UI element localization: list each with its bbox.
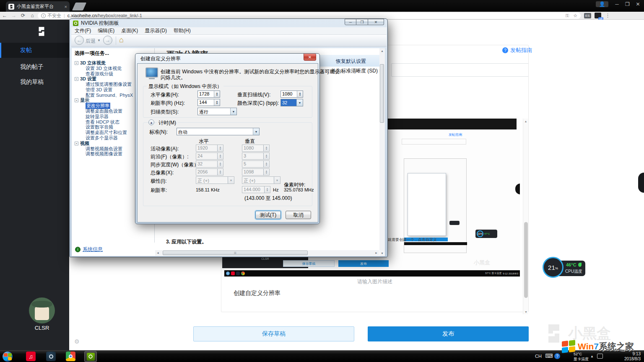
horizontal-scrollbar[interactable]: ◄ ☰ ► — [155, 250, 379, 256]
front-porch-h: 24▲▼ — [196, 153, 223, 160]
watermark-brand3: 系统之家 — [599, 341, 634, 351]
menu-dots-icon[interactable]: ⋮ — [605, 13, 610, 18]
nvidia-minimize-button[interactable]: ─ — [345, 19, 356, 25]
nvidia-window-title: NVIDIA 控制面板 — [81, 20, 119, 27]
steam-icon[interactable] — [46, 352, 56, 361]
gear-icon[interactable]: ⚙ — [74, 338, 80, 345]
back-dropdown-icon[interactable]: ▼ — [97, 39, 101, 42]
forward-icon[interactable]: → — [9, 13, 18, 18]
new-tab-button[interactable] — [72, 3, 86, 10]
image-caption-placeholder[interactable]: 请输入图片描述 — [221, 278, 529, 285]
restore-defaults-button[interactable]: 恢复默认设置 — [336, 58, 366, 65]
save-draft-button[interactable]: 保存草稿 — [193, 326, 354, 341]
cpu-percent-gauge[interactable]: 21 % — [543, 257, 564, 278]
nvidia-taskbar-button[interactable] — [84, 351, 97, 362]
profile-button[interactable]: 👤 — [596, 1, 608, 7]
url-box[interactable]: i 不安全 | c.xiaoheihe.cn /heybox/create_li… — [38, 13, 581, 19]
test-button[interactable]: 测试(T) — [255, 211, 281, 219]
windows-flag-icon — [562, 340, 575, 353]
tray-help-icon[interactable]: ? — [554, 353, 560, 359]
forward-button[interactable]: → — [103, 36, 112, 45]
post-body-text[interactable]: 创建自定义分辨率 — [234, 290, 280, 297]
tab-close-icon[interactable]: × — [65, 4, 67, 9]
scroll-left-icon[interactable]: ◄ — [156, 251, 159, 254]
cancel-button[interactable]: 取消 — [286, 211, 311, 219]
scan-type-combo[interactable]: 逐行▼ — [197, 108, 237, 115]
info-icon[interactable]: i — [41, 13, 46, 18]
back-button[interactable]: ← — [75, 36, 84, 45]
publish-button[interactable]: 发布 — [368, 326, 529, 341]
h-pixels-spinner[interactable]: 1728▲▼ — [197, 90, 220, 98]
edge-floating-widget[interactable] — [638, 173, 644, 193]
chrome-icon[interactable] — [66, 352, 75, 361]
refresh-spinner[interactable]: 144▲▼ — [197, 99, 220, 106]
color-depth-combo[interactable]: 32▼ — [280, 99, 303, 106]
timing-collapse-button[interactable]: ▲ — [148, 119, 154, 125]
system-info-link[interactable]: 系统信息 — [83, 246, 103, 253]
refresh-icon[interactable]: ⟳ — [18, 13, 28, 18]
hscrollbar-thumb[interactable]: ☰ — [163, 251, 308, 255]
restore-button[interactable]: ❐ — [622, 0, 633, 8]
nvidia-restore-button[interactable]: ❐ — [356, 19, 368, 25]
nvidia-window-controls: ─ ❐ ✕ — [345, 19, 384, 25]
extension-es-icon[interactable]: ES — [584, 13, 591, 18]
sidebar-item-post[interactable]: 发帖 — [0, 43, 69, 58]
cpu-label: CPU温度 — [565, 269, 582, 274]
back-label[interactable]: 后退 — [86, 38, 96, 45]
embedded-watermark: 小黑盒 — [474, 259, 490, 266]
keyboard-icon[interactable]: ⌨ — [545, 353, 553, 359]
sidebar-item-my-drafts[interactable]: 我的草稿 — [0, 75, 69, 90]
pixel-clock-value: 325.0783 MHz — [284, 187, 314, 192]
nvidia-taskbar-icon — [87, 353, 95, 361]
netease-music-icon[interactable]: ♫ — [26, 352, 36, 361]
vscrollbar-thumb[interactable] — [380, 64, 384, 123]
extension-off-icon[interactable]: off — [595, 13, 601, 18]
standard-label: 标准(N): — [149, 129, 168, 136]
v-lines-spinner[interactable]: 1080▲▼ — [280, 90, 303, 98]
standard-combo[interactable]: 自动▼ — [177, 128, 260, 135]
nvidia-title-bar[interactable]: NVIDIA 控制面板 — [70, 19, 387, 27]
embedded-netease-icon — [231, 272, 235, 275]
refresh-label: 刷新率(R) (Hz): — [151, 100, 185, 107]
embedded-cpu-widget: 22% 47°C — [475, 230, 497, 238]
sidebar-item-my-posts[interactable]: 我的帖子 — [0, 59, 69, 75]
v-lines-label: 垂直扫描线(V): — [237, 91, 270, 98]
bookmark-star-icon[interactable]: ☆ — [573, 13, 577, 18]
menu-file[interactable]: 文件(F) — [71, 27, 94, 34]
username: CLSR — [0, 325, 84, 331]
cpu-percent: 21 — [548, 264, 555, 271]
scroll-right-icon[interactable]: ► — [375, 251, 378, 254]
monitor-stand — [149, 78, 155, 79]
tray-language[interactable]: CH — [535, 354, 542, 359]
close-button[interactable]: ✕ — [633, 0, 643, 8]
create-custom-resolution-dialog: 创建自定义分辨率 ✕ 创建当前 Windows 中没有的分辨率。测试新的自定义分… — [135, 53, 320, 224]
sync-width-label: 同步宽度(W)（像素）: — [151, 161, 200, 168]
menu-edit[interactable]: 编辑(E) — [94, 27, 118, 34]
avatar[interactable] — [29, 297, 55, 323]
timing-label: 计时(M) — [157, 119, 178, 127]
embedded-mini-taskbar — [404, 242, 467, 245]
scrollbar-thumb[interactable] — [524, 222, 528, 298]
front-porch-label: 前沿(F)（像素）: — [151, 153, 189, 160]
menu-display[interactable]: 显示器(D) — [141, 27, 170, 34]
vertical-scrollbar[interactable]: ▲ ▼ — [379, 48, 385, 256]
home-icon[interactable]: ⌂ — [28, 13, 37, 18]
start-button[interactable] — [3, 352, 13, 362]
scroll-down-icon[interactable]: ▼ — [379, 252, 385, 255]
scroll-up-icon[interactable]: ▲ — [379, 48, 385, 52]
nvidia-close-button[interactable]: ✕ — [368, 19, 384, 25]
flag-yellow — [8, 357, 12, 360]
menu-help[interactable]: 帮助(H) — [170, 27, 194, 34]
editor-scrollbar[interactable]: ▲ ▼ — [523, 119, 528, 314]
step-text: 3. 应用以下设置。 — [166, 238, 207, 246]
refresh-range: (143.000 至 145.000) — [244, 195, 292, 202]
scroll-down-icon[interactable]: ▼ — [523, 310, 529, 313]
back-icon[interactable]: ← — [0, 13, 9, 18]
menu-desktop[interactable]: 桌面(K) — [118, 27, 141, 34]
minimize-button[interactable]: ─ — [612, 0, 622, 8]
dialog-close-button[interactable]: ✕ — [304, 54, 316, 61]
scroll-up-icon[interactable]: ▲ — [523, 119, 528, 123]
home-icon[interactable]: ⌂ — [119, 36, 124, 44]
key-icon[interactable]: ⚿ — [566, 13, 569, 18]
browser-tab[interactable]: 小黑盒鉴赏家平台 × — [6, 1, 70, 12]
